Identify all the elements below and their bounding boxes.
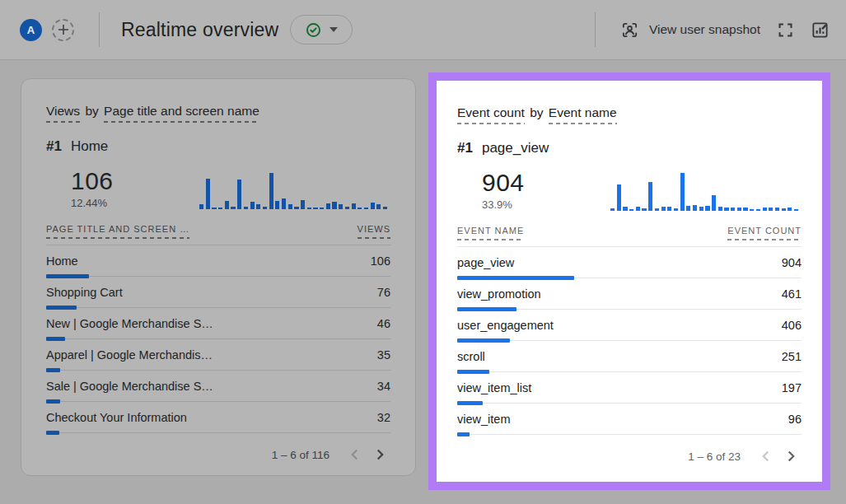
sparkline-bar	[667, 207, 671, 211]
row-value: 34	[377, 380, 390, 393]
sparkline-bar	[320, 208, 324, 209]
view-user-snapshot-button[interactable]: View user snapshot	[620, 21, 760, 40]
chevron-left-icon	[346, 446, 364, 464]
row-value: 76	[377, 286, 390, 299]
row-value: 251	[782, 350, 802, 363]
sparkline-bar	[623, 207, 627, 211]
table-row: view_promotion 461	[457, 278, 802, 310]
metric-selector[interactable]: Event count	[457, 105, 525, 124]
sparkline-bar	[364, 208, 368, 209]
sparkline-bar	[206, 179, 210, 209]
sparkline-bar	[724, 208, 728, 211]
row-value: 106	[371, 254, 390, 268]
row-label: page_view	[457, 256, 514, 269]
add-comparison-button[interactable]	[52, 19, 74, 41]
dimension-column-header[interactable]: EVENT NAME	[457, 226, 524, 240]
row-label: New | Google Merchandise S…	[46, 317, 213, 330]
next-page-button[interactable]	[780, 446, 802, 467]
sparkline-bar	[313, 208, 317, 209]
metric-column-header[interactable]: VIEWS	[358, 224, 390, 239]
sparkline-bar	[383, 207, 387, 209]
table-row: view_item_list 197	[457, 372, 802, 404]
row-value: 46	[377, 317, 390, 330]
sparkline-bar	[288, 204, 292, 209]
top-item-name: Home	[71, 138, 108, 155]
sparkline-bar	[617, 184, 621, 211]
next-page-button[interactable]	[369, 444, 390, 465]
highlight-frame: Event count by Event name #1 page_view 9…	[428, 72, 830, 490]
row-label: Home	[46, 254, 78, 268]
sparkline-bar	[282, 198, 286, 209]
sparkline-bar	[775, 208, 779, 211]
sparkline-bar	[712, 195, 716, 211]
sparkline-bar	[332, 202, 336, 209]
realtime-status-pill[interactable]	[290, 15, 353, 44]
sparkline-bar	[263, 207, 267, 209]
sparkline-bar	[237, 180, 241, 209]
sparkline-bar	[642, 208, 646, 211]
row-value: 904	[782, 256, 802, 269]
chevron-left-icon	[757, 447, 775, 465]
sparkline-bar	[358, 208, 362, 209]
sparkline-bar	[250, 202, 255, 209]
top-metric-block: 106 12.44%	[46, 161, 390, 209]
sparkline-bar	[231, 207, 235, 209]
sparkline-bar	[763, 208, 767, 211]
sparkline-bar	[750, 209, 754, 211]
rank-label: #1	[457, 140, 473, 156]
metric-column-header[interactable]: EVENT COUNT	[727, 226, 802, 240]
top-item-value: 106	[71, 167, 114, 194]
row-label: view_item	[457, 413, 510, 426]
dimension-selector[interactable]: Page title and screen name	[104, 104, 259, 123]
top-item-value: 904	[482, 169, 525, 196]
row-value: 197	[782, 381, 802, 394]
sparkline-bar	[782, 208, 786, 211]
avatar[interactable]: A	[20, 19, 42, 41]
sparkline-bar	[307, 208, 311, 209]
sparkline-bar	[199, 204, 203, 209]
row-value: 96	[788, 413, 802, 426]
sparkline-bar	[212, 208, 216, 209]
sparkline-bar	[269, 173, 273, 209]
header-divider-right	[595, 12, 596, 47]
prev-page-button[interactable]	[755, 446, 777, 467]
fullscreen-button[interactable]	[777, 21, 794, 39]
top-item-percent: 12.44%	[71, 197, 114, 209]
view-user-snapshot-label: View user snapshot	[649, 22, 760, 37]
top-item-percent: 33.9%	[482, 198, 525, 211]
row-value: 406	[782, 319, 802, 332]
sparkline-bar	[376, 204, 381, 209]
plus-icon	[58, 24, 69, 35]
table-row: New | Google Merchandise S… 46	[46, 308, 390, 339]
sparkline-bar	[339, 204, 343, 209]
row-label: scroll	[457, 350, 485, 363]
sparkline-bar	[693, 205, 697, 211]
page-title: Realtime overview	[121, 19, 278, 41]
dimension-column-header[interactable]: PAGE TITLE AND SCREEN …	[46, 224, 189, 239]
row-value: 461	[782, 287, 802, 301]
sparkline-bar	[718, 207, 722, 211]
sparkline-bar	[610, 208, 615, 211]
prev-page-button[interactable]	[344, 444, 366, 465]
sparkline-bar	[326, 203, 330, 209]
top-metric-block: 904 33.9%	[457, 163, 802, 211]
row-label: view_promotion	[457, 287, 541, 301]
sparkline-bar	[655, 208, 659, 211]
dimension-selector[interactable]: Event name	[549, 105, 617, 124]
card-title: Views by Page title and screen name	[46, 104, 390, 119]
row-value: 32	[377, 411, 390, 424]
chevron-right-icon	[782, 447, 800, 465]
sparkline-bar	[756, 209, 760, 211]
row-label: Sale | Google Merchandise S…	[46, 380, 213, 393]
sparkline-bar	[680, 173, 685, 211]
metric-selector[interactable]: Views	[46, 104, 80, 123]
customize-report-button[interactable]	[811, 21, 830, 40]
sparkline-bar	[743, 208, 747, 211]
sparkline-bar	[352, 203, 356, 209]
table-row: Home 106	[46, 245, 390, 277]
table-header: EVENT NAME EVENT COUNT	[457, 226, 802, 247]
table-row: Shopping Cart 76	[46, 277, 390, 308]
table-row: user_engagement 406	[457, 310, 802, 341]
rank-label: #1	[46, 138, 62, 155]
sparkline-bar	[769, 208, 773, 211]
